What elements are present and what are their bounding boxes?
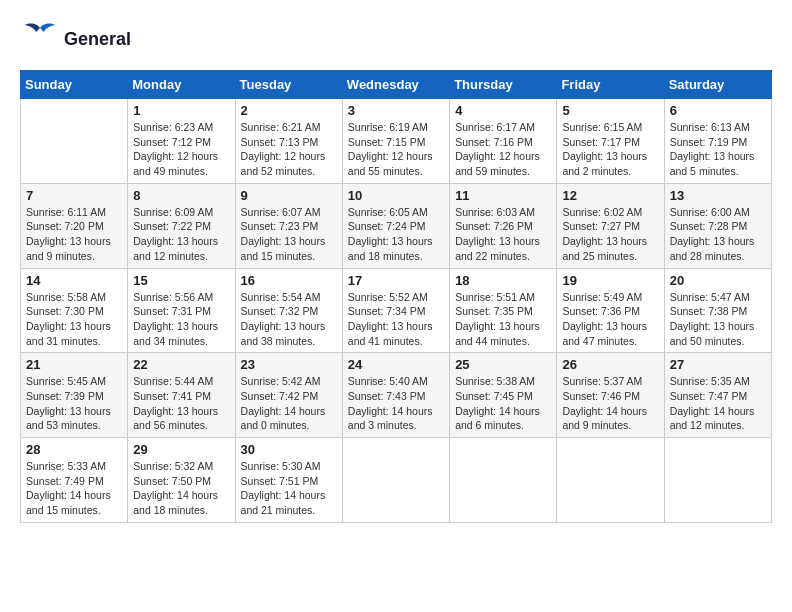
day-number: 23 xyxy=(241,357,337,372)
day-number: 20 xyxy=(670,273,766,288)
calendar-day-cell: 8Sunrise: 6:09 AM Sunset: 7:22 PM Daylig… xyxy=(128,183,235,268)
day-info: Sunrise: 5:51 AM Sunset: 7:35 PM Dayligh… xyxy=(455,290,551,349)
day-info: Sunrise: 5:38 AM Sunset: 7:45 PM Dayligh… xyxy=(455,374,551,433)
calendar-day-cell: 6Sunrise: 6:13 AM Sunset: 7:19 PM Daylig… xyxy=(664,99,771,184)
day-info: Sunrise: 5:30 AM Sunset: 7:51 PM Dayligh… xyxy=(241,459,337,518)
calendar-day-cell: 25Sunrise: 5:38 AM Sunset: 7:45 PM Dayli… xyxy=(450,353,557,438)
day-number: 2 xyxy=(241,103,337,118)
weekday-header-monday: Monday xyxy=(128,71,235,99)
calendar-week-row: 14Sunrise: 5:58 AM Sunset: 7:30 PM Dayli… xyxy=(21,268,772,353)
calendar-day-cell: 5Sunrise: 6:15 AM Sunset: 7:17 PM Daylig… xyxy=(557,99,664,184)
weekday-header-wednesday: Wednesday xyxy=(342,71,449,99)
weekday-header-saturday: Saturday xyxy=(664,71,771,99)
day-info: Sunrise: 5:33 AM Sunset: 7:49 PM Dayligh… xyxy=(26,459,122,518)
calendar-day-cell: 19Sunrise: 5:49 AM Sunset: 7:36 PM Dayli… xyxy=(557,268,664,353)
calendar-day-cell xyxy=(557,438,664,523)
calendar-day-cell: 26Sunrise: 5:37 AM Sunset: 7:46 PM Dayli… xyxy=(557,353,664,438)
day-number: 26 xyxy=(562,357,658,372)
calendar-week-row: 28Sunrise: 5:33 AM Sunset: 7:49 PM Dayli… xyxy=(21,438,772,523)
day-info: Sunrise: 5:32 AM Sunset: 7:50 PM Dayligh… xyxy=(133,459,229,518)
day-number: 18 xyxy=(455,273,551,288)
day-info: Sunrise: 5:56 AM Sunset: 7:31 PM Dayligh… xyxy=(133,290,229,349)
day-number: 19 xyxy=(562,273,658,288)
calendar-day-cell: 9Sunrise: 6:07 AM Sunset: 7:23 PM Daylig… xyxy=(235,183,342,268)
calendar-day-cell: 2Sunrise: 6:21 AM Sunset: 7:13 PM Daylig… xyxy=(235,99,342,184)
day-info: Sunrise: 6:23 AM Sunset: 7:12 PM Dayligh… xyxy=(133,120,229,179)
calendar-day-cell: 11Sunrise: 6:03 AM Sunset: 7:26 PM Dayli… xyxy=(450,183,557,268)
page-header: General xyxy=(20,20,772,60)
day-number: 14 xyxy=(26,273,122,288)
day-number: 4 xyxy=(455,103,551,118)
day-number: 15 xyxy=(133,273,229,288)
calendar-day-cell: 4Sunrise: 6:17 AM Sunset: 7:16 PM Daylig… xyxy=(450,99,557,184)
calendar-day-cell: 13Sunrise: 6:00 AM Sunset: 7:28 PM Dayli… xyxy=(664,183,771,268)
day-info: Sunrise: 5:52 AM Sunset: 7:34 PM Dayligh… xyxy=(348,290,444,349)
day-number: 7 xyxy=(26,188,122,203)
day-info: Sunrise: 5:47 AM Sunset: 7:38 PM Dayligh… xyxy=(670,290,766,349)
calendar-day-cell: 28Sunrise: 5:33 AM Sunset: 7:49 PM Dayli… xyxy=(21,438,128,523)
calendar-day-cell: 22Sunrise: 5:44 AM Sunset: 7:41 PM Dayli… xyxy=(128,353,235,438)
weekday-header-sunday: Sunday xyxy=(21,71,128,99)
day-info: Sunrise: 5:54 AM Sunset: 7:32 PM Dayligh… xyxy=(241,290,337,349)
day-number: 30 xyxy=(241,442,337,457)
day-number: 3 xyxy=(348,103,444,118)
calendar-day-cell: 14Sunrise: 5:58 AM Sunset: 7:30 PM Dayli… xyxy=(21,268,128,353)
calendar-day-cell: 7Sunrise: 6:11 AM Sunset: 7:20 PM Daylig… xyxy=(21,183,128,268)
day-info: Sunrise: 6:00 AM Sunset: 7:28 PM Dayligh… xyxy=(670,205,766,264)
day-number: 11 xyxy=(455,188,551,203)
day-info: Sunrise: 6:05 AM Sunset: 7:24 PM Dayligh… xyxy=(348,205,444,264)
calendar-day-cell: 10Sunrise: 6:05 AM Sunset: 7:24 PM Dayli… xyxy=(342,183,449,268)
day-info: Sunrise: 6:21 AM Sunset: 7:13 PM Dayligh… xyxy=(241,120,337,179)
day-info: Sunrise: 6:03 AM Sunset: 7:26 PM Dayligh… xyxy=(455,205,551,264)
calendar-week-row: 1Sunrise: 6:23 AM Sunset: 7:12 PM Daylig… xyxy=(21,99,772,184)
day-info: Sunrise: 5:37 AM Sunset: 7:46 PM Dayligh… xyxy=(562,374,658,433)
weekday-header-thursday: Thursday xyxy=(450,71,557,99)
calendar-day-cell: 12Sunrise: 6:02 AM Sunset: 7:27 PM Dayli… xyxy=(557,183,664,268)
day-info: Sunrise: 6:13 AM Sunset: 7:19 PM Dayligh… xyxy=(670,120,766,179)
calendar-day-cell: 23Sunrise: 5:42 AM Sunset: 7:42 PM Dayli… xyxy=(235,353,342,438)
day-number: 9 xyxy=(241,188,337,203)
calendar-day-cell: 16Sunrise: 5:54 AM Sunset: 7:32 PM Dayli… xyxy=(235,268,342,353)
day-info: Sunrise: 5:49 AM Sunset: 7:36 PM Dayligh… xyxy=(562,290,658,349)
day-number: 25 xyxy=(455,357,551,372)
day-number: 17 xyxy=(348,273,444,288)
day-info: Sunrise: 5:58 AM Sunset: 7:30 PM Dayligh… xyxy=(26,290,122,349)
weekday-header-friday: Friday xyxy=(557,71,664,99)
day-number: 1 xyxy=(133,103,229,118)
day-info: Sunrise: 5:42 AM Sunset: 7:42 PM Dayligh… xyxy=(241,374,337,433)
calendar-day-cell: 29Sunrise: 5:32 AM Sunset: 7:50 PM Dayli… xyxy=(128,438,235,523)
calendar-day-cell: 1Sunrise: 6:23 AM Sunset: 7:12 PM Daylig… xyxy=(128,99,235,184)
day-number: 10 xyxy=(348,188,444,203)
calendar-day-cell: 21Sunrise: 5:45 AM Sunset: 7:39 PM Dayli… xyxy=(21,353,128,438)
day-number: 24 xyxy=(348,357,444,372)
day-info: Sunrise: 6:11 AM Sunset: 7:20 PM Dayligh… xyxy=(26,205,122,264)
day-number: 29 xyxy=(133,442,229,457)
day-number: 5 xyxy=(562,103,658,118)
day-info: Sunrise: 6:15 AM Sunset: 7:17 PM Dayligh… xyxy=(562,120,658,179)
day-info: Sunrise: 6:17 AM Sunset: 7:16 PM Dayligh… xyxy=(455,120,551,179)
calendar-week-row: 21Sunrise: 5:45 AM Sunset: 7:39 PM Dayli… xyxy=(21,353,772,438)
day-number: 12 xyxy=(562,188,658,203)
calendar-header-row: SundayMondayTuesdayWednesdayThursdayFrid… xyxy=(21,71,772,99)
day-info: Sunrise: 5:35 AM Sunset: 7:47 PM Dayligh… xyxy=(670,374,766,433)
day-info: Sunrise: 5:40 AM Sunset: 7:43 PM Dayligh… xyxy=(348,374,444,433)
day-number: 28 xyxy=(26,442,122,457)
calendar-day-cell: 30Sunrise: 5:30 AM Sunset: 7:51 PM Dayli… xyxy=(235,438,342,523)
logo-icon xyxy=(20,20,60,60)
day-info: Sunrise: 6:02 AM Sunset: 7:27 PM Dayligh… xyxy=(562,205,658,264)
day-number: 6 xyxy=(670,103,766,118)
calendar-day-cell xyxy=(664,438,771,523)
calendar-day-cell: 27Sunrise: 5:35 AM Sunset: 7:47 PM Dayli… xyxy=(664,353,771,438)
calendar-day-cell: 15Sunrise: 5:56 AM Sunset: 7:31 PM Dayli… xyxy=(128,268,235,353)
day-number: 22 xyxy=(133,357,229,372)
calendar-day-cell xyxy=(342,438,449,523)
day-info: Sunrise: 5:44 AM Sunset: 7:41 PM Dayligh… xyxy=(133,374,229,433)
calendar-day-cell: 3Sunrise: 6:19 AM Sunset: 7:15 PM Daylig… xyxy=(342,99,449,184)
calendar-day-cell xyxy=(21,99,128,184)
day-number: 8 xyxy=(133,188,229,203)
weekday-header-tuesday: Tuesday xyxy=(235,71,342,99)
day-info: Sunrise: 6:19 AM Sunset: 7:15 PM Dayligh… xyxy=(348,120,444,179)
logo-text: General xyxy=(64,30,131,50)
calendar-day-cell: 18Sunrise: 5:51 AM Sunset: 7:35 PM Dayli… xyxy=(450,268,557,353)
day-info: Sunrise: 6:07 AM Sunset: 7:23 PM Dayligh… xyxy=(241,205,337,264)
